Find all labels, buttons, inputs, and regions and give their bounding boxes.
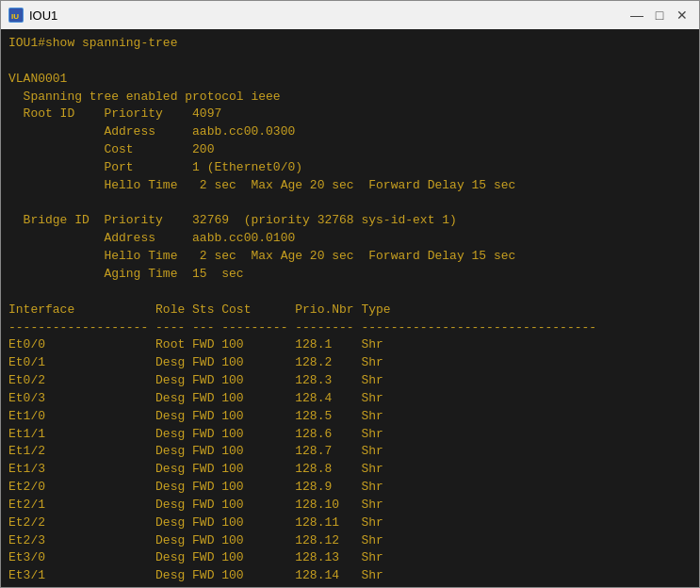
svg-text:IU: IU: [11, 12, 19, 21]
maximize-button[interactable]: □: [650, 6, 669, 24]
app-icon: IU: [8, 8, 24, 23]
minimize-button[interactable]: —: [627, 6, 646, 24]
window-title: IOU1: [29, 8, 57, 23]
titlebar-left: IU IOU1: [8, 8, 57, 23]
terminal-output[interactable]: IOU1#show spanning-tree VLAN0001 Spannin…: [1, 29, 699, 587]
titlebar: IU IOU1 — □ ✕: [1, 1, 699, 29]
main-window: IU IOU1 — □ ✕ IOU1#show spanning-tree VL…: [0, 0, 700, 588]
window-controls: — □ ✕: [627, 6, 692, 24]
close-button[interactable]: ✕: [673, 6, 692, 24]
